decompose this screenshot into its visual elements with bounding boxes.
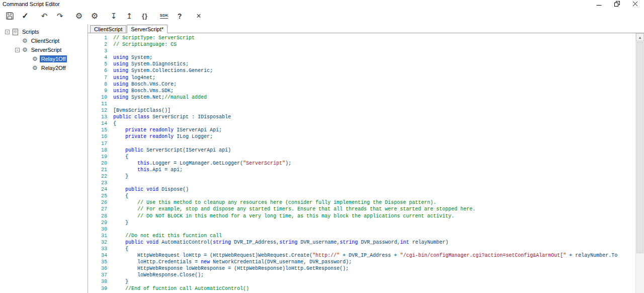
line-number: 31 [88,233,113,239]
code-line[interactable]: 35 loHttp.Credentials = new NetworkCrede… [88,259,635,265]
toolbar-close-icon: × [196,12,201,20]
editor-main: ClientScript ServerScript* 1// ScriptTyp… [88,24,644,293]
line-number: 22 [88,173,113,180]
save-icon [6,12,14,20]
code-line[interactable]: 18 public ServerScript(IServerApi api) [88,147,635,154]
window-title: Command Script Editor [0,1,60,7]
code-line[interactable]: 7using log4net; [88,75,635,81]
close-window-button[interactable] [626,0,644,8]
code-line[interactable]: 38 } [88,278,635,285]
undo-icon: ↶ [41,12,48,20]
code-line[interactable]: 26 // Use this method to cleanup any res… [88,199,635,206]
code-line[interactable]: 32 public void AutomaticControl(string D… [88,239,635,246]
scroll-up-icon: ▲ [638,36,642,39]
sdk-button[interactable]: SDK [157,10,171,23]
undo-button[interactable]: ↶ [38,10,51,23]
minimize-button[interactable] [590,0,608,8]
tab-label: ServerScript* [131,26,164,32]
code-line[interactable]: 8using Bosch.Vms.Core; [88,81,635,88]
tree-item-relay2off[interactable]: ⚙ Relay2Off [0,63,88,72]
redo-button[interactable]: ↷ [53,10,66,23]
code-line[interactable]: 19 { [88,154,635,160]
code-line[interactable]: 5using System.Diagnostics; [88,61,635,67]
line-number: 4 [88,54,113,61]
line-number: 9 [88,88,113,94]
script-edit-button[interactable]: ⚙ [88,10,101,23]
code-line[interactable]: 4using System; [88,54,635,61]
script-settings-button[interactable]: ⚙ [72,10,86,23]
code-line[interactable]: 15 private readonly IServerApi Api; [88,127,635,133]
code-line[interactable]: 1// ScriptType: ServerScript [88,35,635,41]
vertical-scrollbar[interactable]: ▲ [635,33,644,293]
code-line[interactable]: 37 loWebResponse.Close(); [88,272,635,278]
tree-item-clientscript[interactable]: ⚙ ClientScript [0,36,88,45]
line-number: 32 [88,239,113,246]
line-number: 24 [88,186,113,193]
validate-button[interactable]: ✓ [19,10,32,23]
collapse-expander-icon[interactable]: - [5,30,10,34]
tab-serverscript[interactable]: ServerScript* [127,25,168,33]
code-line[interactable]: 20 this.Logger = LogManager.GetLogger("S… [88,160,635,167]
code-line[interactable]: 34 HttpWebRequest loHttp = (HttpWebReque… [88,252,635,259]
close-icon [632,1,638,7]
code-line[interactable]: 12[BvmsScriptClass()] [88,107,635,114]
scrollbar-thumb[interactable] [636,42,643,253]
window-body: - Scripts ⚙ ClientScript - ⚙ ServerScrip… [0,24,644,293]
save-button[interactable] [3,10,16,23]
line-number: 34 [88,252,113,259]
code-line[interactable]: 31 //Do not edit this fucntion call [88,233,635,239]
code-line[interactable]: 27 // For example, stop and dispose any … [88,206,635,212]
code-line[interactable]: 22 } [88,173,635,180]
code-line[interactable]: 11 [88,101,635,107]
line-number: 2 [88,41,113,48]
line-number: 10 [88,94,113,101]
tab-clientscript[interactable]: ClientScript [90,25,126,33]
tree-label-scripts: Scripts [21,28,41,35]
code-line[interactable]: 24 public void Dispose() [88,186,635,193]
code-line[interactable]: 3 [88,48,635,54]
import-button[interactable]: ↧ [107,10,120,23]
code-template-button[interactable]: {} [138,10,151,23]
code-editor[interactable]: 1// ScriptType: ServerScript2// ScriptLa… [88,33,635,293]
code-line[interactable]: 28 // DO NOT BLOCK in this method for a … [88,213,635,219]
line-number: 15 [88,127,113,133]
command-script-editor-window: Command Script Editor ✓ ↶ ↷ ⚙ ⚙ ↧ ↥ {} S… [0,0,644,293]
tree-item-serverscript[interactable]: - ⚙ ServerScript [0,45,88,54]
code-line[interactable]: 23 [88,180,635,186]
tab-label: ClientScript [94,26,122,32]
titlebar: Command Script Editor [0,0,644,8]
code-line[interactable]: 25 { [88,193,635,199]
tree-item-relay1off[interactable]: ⚙ Relay1Off [0,54,88,63]
code-line[interactable]: 13public class ServerScript : IDisposabl… [88,114,635,120]
tree-item-scripts[interactable]: - Scripts [0,27,88,36]
line-number: 8 [88,81,113,88]
line-number: 26 [88,199,113,206]
code-line[interactable]: 21 this.Api = api; [88,167,635,173]
line-number: 18 [88,147,113,154]
tree-label-serverscript: ServerScript [30,46,63,53]
code-line[interactable]: 14{ [88,120,635,127]
scripts-root-icon [12,29,19,35]
script-gear-icon: ⚙ [22,38,28,44]
code-line[interactable]: 39 //End of fucntion call AutomaticContr… [88,285,635,292]
code-line[interactable]: 33 { [88,246,635,252]
restore-button[interactable] [608,0,626,8]
code-line[interactable]: 2// ScriptLanguage: CS [88,41,635,48]
sdk-icon: SDK [160,14,169,19]
line-number: 3 [88,48,113,54]
help-button[interactable]: ? [173,10,186,23]
code-line[interactable]: 17 [88,140,635,147]
tree-label-relay2off: Relay2Off [40,64,67,71]
code-line[interactable]: 29 } [88,219,635,226]
export-button[interactable]: ↥ [123,10,136,23]
scroll-up-button[interactable]: ▲ [636,33,644,41]
code-line[interactable]: 6using System.Collections.Generic; [88,67,635,74]
code-line[interactable]: 36 HttpWebResponse loWebResponse = (Http… [88,265,635,272]
code-line[interactable]: 9using Bosch.Vms.SDK; [88,88,635,94]
code-line[interactable]: 16 private readonly ILog Logger; [88,133,635,140]
code-line[interactable]: 10using System.Net;//manual added [88,94,635,101]
close-editor-button[interactable]: × [192,10,205,23]
code-line[interactable]: 30 [88,226,635,233]
line-number: 6 [88,67,113,74]
collapse-expander-icon[interactable]: - [15,48,20,52]
